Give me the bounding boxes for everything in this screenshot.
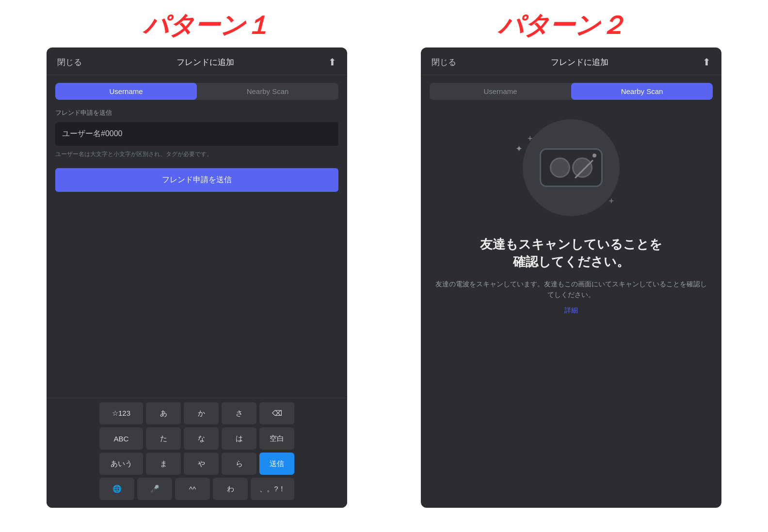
- sparkle-2: +: [608, 196, 614, 206]
- kb-key-ha[interactable]: は: [222, 427, 256, 450]
- panel1-input-hint: ユーザー名は大文字と小文字が区別され、タグが必要です。: [55, 150, 338, 158]
- kb-key-send[interactable]: 送信: [259, 453, 294, 475]
- scanner-dot: [592, 154, 596, 157]
- scan-description: 友達の電波をスキャンしています。友達もこの画面にいてスキャンしていることを確認し…: [432, 279, 710, 300]
- pattern2-title: パターン２: [498, 9, 625, 43]
- scanner-slash: [575, 160, 593, 179]
- panel1-tab-switcher: Username Nearby Scan: [55, 83, 338, 100]
- panel2-title: フレンドに追加: [551, 57, 608, 68]
- panel1-close-button[interactable]: 閉じる: [57, 57, 82, 68]
- kb-key-sa[interactable]: さ: [222, 402, 256, 424]
- kb-key-ya[interactable]: や: [184, 453, 219, 475]
- kb-key-toggle[interactable]: ☆123: [99, 402, 143, 424]
- kb-key-aiueo[interactable]: あいう: [99, 453, 143, 475]
- panel1-send-button[interactable]: フレンド申請を送信: [55, 168, 338, 192]
- kb-key-abc[interactable]: ABC: [99, 427, 143, 450]
- panel2-close-button[interactable]: 閉じる: [432, 57, 456, 68]
- kb-key-ma[interactable]: ま: [146, 453, 181, 475]
- panel1: 閉じる フレンドに追加 ⬆ Username Nearby Scan フレンド申…: [47, 47, 347, 508]
- panel2-header: 閉じる フレンドに追加 ⬆: [421, 47, 721, 75]
- kb-key-globe[interactable]: 🌐: [99, 478, 134, 500]
- kb-key-mic[interactable]: 🎤: [137, 478, 172, 500]
- kb-key-ra[interactable]: ら: [222, 453, 256, 475]
- panel2-tab-switcher: Username Nearby Scan: [430, 83, 713, 100]
- panel2-content: + ✦ + 友達もスキャンしていることを確認してください。 友達の電波をスキャン…: [421, 100, 721, 508]
- pattern1-title: パターン１: [143, 9, 271, 43]
- scanner-lens-left: [550, 157, 570, 178]
- keyboard-row1: ☆123 あ か さ ⌫: [49, 402, 344, 424]
- panel1-keyboard: ☆123 あ か さ ⌫ ABC た な は 空白 あいう ま や ら 送信: [47, 398, 347, 508]
- panel1-tab-nearby[interactable]: Nearby Scan: [197, 83, 338, 100]
- details-link[interactable]: 詳細: [564, 306, 578, 315]
- kb-key-delete[interactable]: ⌫: [259, 402, 294, 424]
- scanner-circle: + ✦ +: [523, 119, 620, 216]
- panel1-title: フレンドに追加: [176, 57, 234, 68]
- kb-key-na[interactable]: な: [184, 427, 219, 450]
- kb-key-space[interactable]: 空白: [259, 427, 294, 450]
- scan-heading: 友達もスキャンしていることを確認してください。: [480, 235, 662, 271]
- panel1-share-icon[interactable]: ⬆: [328, 56, 336, 68]
- keyboard-row2: ABC た な は 空白: [49, 427, 344, 450]
- panel1-header: 閉じる フレンドに追加 ⬆: [47, 47, 347, 75]
- panel2-tab-nearby[interactable]: Nearby Scan: [571, 83, 713, 100]
- panel2: 閉じる フレンドに追加 ⬆ Username Nearby Scan + ✦: [421, 47, 721, 508]
- sparkle-1: +: [528, 134, 533, 144]
- scanner-illustration: + ✦ +: [518, 114, 624, 221]
- kb-key-a[interactable]: あ: [146, 402, 181, 424]
- panel1-username-input[interactable]: ユーザー名#0000: [55, 122, 338, 146]
- sparkle-3: ✦: [515, 143, 523, 154]
- kb-key-wa[interactable]: わ: [213, 478, 248, 500]
- kb-key-punct[interactable]: 、。?！: [251, 478, 294, 500]
- panel1-tab-username[interactable]: Username: [55, 83, 197, 100]
- kb-key-ta[interactable]: た: [146, 427, 181, 450]
- scanner-device: [540, 148, 603, 187]
- kb-key-ka[interactable]: か: [184, 402, 219, 424]
- scanner-lens-right: [572, 157, 592, 178]
- keyboard-row3: あいう ま や ら 送信: [49, 453, 344, 475]
- panel1-section-label: フレンド申請を送信: [55, 109, 338, 117]
- panel2-share-icon[interactable]: ⬆: [703, 56, 711, 68]
- panel1-content: フレンド申請を送信 ユーザー名#0000 ユーザー名は大文字と小文字が区別され、…: [47, 100, 347, 398]
- kb-key-caret[interactable]: ^^: [175, 478, 210, 500]
- keyboard-row4: 🌐 🎤 ^^ わ 、。?！: [49, 478, 344, 500]
- panel2-tab-username[interactable]: Username: [430, 83, 571, 100]
